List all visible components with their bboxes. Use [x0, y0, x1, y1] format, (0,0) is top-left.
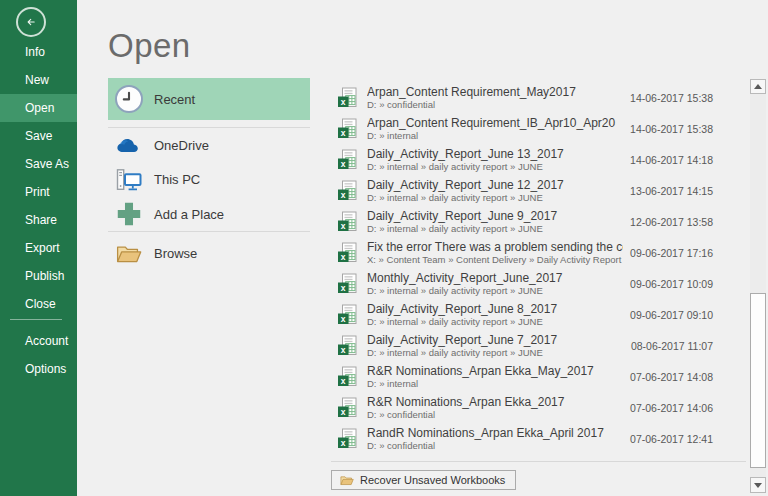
sidebar-item-label: Save [25, 129, 52, 143]
sidebar-item-print[interactable]: Print [0, 178, 77, 206]
file-name: RandR Nominations_Arpan Ekka_April 2017 [367, 426, 623, 440]
sidebar-item-share[interactable]: Share [0, 206, 77, 234]
sidebar-item-label: Info [25, 45, 45, 59]
sidebar-item-label: Share [25, 213, 57, 227]
place-label: Add a Place [154, 207, 224, 222]
sidebar-item-options[interactable]: Options [0, 355, 77, 383]
file-path: D: » confidential [367, 440, 623, 451]
file-path: D: » internal [367, 130, 623, 141]
excel-workbook-icon [337, 428, 359, 450]
file-text: Daily_Activity_Report_June 8_2017 D: » i… [367, 302, 623, 327]
sidebar-nav: Info New Open Save Save As Print Share E… [0, 38, 77, 318]
file-path: D: » internal » daily activity report » … [367, 161, 623, 172]
sidebar-item-account[interactable]: Account [0, 327, 77, 355]
place-item-this-pc[interactable]: This PC [108, 162, 310, 197]
place-item-onedrive[interactable]: OneDrive [108, 127, 310, 162]
file-name: Arpan_Content Requirement_IB_Apr10_Apr20 [367, 116, 623, 130]
file-name: Arpan_Content Requirement_May2017 [367, 85, 623, 99]
sidebar-item-new[interactable]: New [0, 66, 77, 94]
file-text: Daily_Activity_Report_June 13_2017 D: » … [367, 147, 623, 172]
recent-file-row[interactable]: Fix the error There was a problem sendin… [331, 237, 719, 268]
sidebar-item-label: New [25, 73, 49, 87]
file-text: Daily_Activity_Report_June 7_2017 D: » i… [367, 333, 623, 358]
place-label: Recent [154, 92, 195, 107]
recent-file-row[interactable]: Daily_Activity_Report_June 9_2017 D: » i… [331, 206, 719, 237]
recent-file-row[interactable]: Daily_Activity_Report_June 8_2017 D: » i… [331, 299, 719, 330]
file-text: R&R Nominations_Arpan Ekka_May_2017 D: »… [367, 364, 623, 389]
place-item-browse[interactable]: Browse [108, 236, 310, 271]
sidebar-item-label: Print [25, 185, 50, 199]
excel-workbook-icon [337, 149, 359, 171]
excel-workbook-icon [337, 273, 359, 295]
sidebar-item-label: Publish [25, 269, 64, 283]
sidebar-nav-bottom: Account Options [0, 327, 77, 383]
places-list: Recent OneDrive This PC Add a Place Brow… [108, 78, 310, 271]
sidebar-item-label: Save As [25, 157, 69, 171]
file-name: Daily_Activity_Report_June 13_2017 [367, 147, 623, 161]
sidebar-item-export[interactable]: Export [0, 234, 77, 262]
sidebar-item-label: Open [25, 101, 54, 115]
file-text: Fix the error There was a problem sendin… [367, 240, 623, 265]
backstage-sidebar: Info New Open Save Save As Print Share E… [0, 0, 77, 496]
clock-icon [114, 84, 144, 114]
recent-file-row[interactable]: RandR Nominations_Arpan Ekka_April 2017 … [331, 423, 719, 454]
back-button[interactable] [16, 7, 46, 37]
file-modified-time: 07-06-2017 12:41 [623, 433, 719, 445]
sidebar-item-save-as[interactable]: Save As [0, 150, 77, 178]
sidebar-item-info[interactable]: Info [0, 38, 77, 66]
sidebar-item-label: Options [25, 362, 66, 376]
sidebar-item-close[interactable]: Close [0, 290, 77, 318]
file-text: Daily_Activity_Report_June 9_2017 D: » i… [367, 209, 623, 234]
file-modified-time: 12-06-2017 13:58 [623, 216, 719, 228]
scrollbar[interactable] [750, 79, 766, 493]
scroll-up-button[interactable] [750, 79, 766, 94]
this-pc-icon [114, 167, 144, 193]
file-name: Daily_Activity_Report_June 9_2017 [367, 209, 623, 223]
recent-file-row[interactable]: Daily_Activity_Report_June 7_2017 D: » i… [331, 330, 719, 361]
file-path: D: » confidential [367, 409, 623, 420]
page-title: Open [108, 27, 191, 65]
scroll-up-icon [754, 84, 762, 89]
excel-workbook-icon [337, 180, 359, 202]
excel-workbook-icon [337, 397, 359, 419]
scroll-down-button[interactable] [750, 477, 766, 493]
recent-file-row[interactable]: R&R Nominations_Arpan Ekka_May_2017 D: »… [331, 361, 719, 392]
file-name: R&R Nominations_Arpan Ekka_2017 [367, 395, 623, 409]
onedrive-icon [114, 132, 144, 158]
file-path: D: » internal » daily activity report » … [367, 285, 623, 296]
file-modified-time: 09-06-2017 09:10 [623, 309, 719, 321]
file-text: R&R Nominations_Arpan Ekka_2017 D: » con… [367, 395, 623, 420]
file-modified-time: 07-06-2017 14:06 [623, 402, 719, 414]
recover-button-label: Recover Unsaved Workbooks [360, 474, 505, 486]
file-name: Monthly_Activity_Report_June_2017 [367, 271, 623, 285]
recent-file-row[interactable]: Arpan_Content Requirement_May2017 D: » c… [331, 82, 719, 113]
scroll-down-icon [754, 483, 762, 488]
browse-folder-icon [114, 241, 144, 267]
sidebar-item-publish[interactable]: Publish [0, 262, 77, 290]
file-path: D: » internal » daily activity report » … [367, 316, 623, 327]
file-text: Arpan_Content Requirement_IB_Apr10_Apr20… [367, 116, 623, 141]
excel-workbook-icon [337, 335, 359, 357]
file-modified-time: 14-06-2017 15:38 [623, 92, 719, 104]
file-path: D: » internal [367, 378, 623, 389]
excel-workbook-icon [337, 211, 359, 233]
recover-unsaved-workbooks-button[interactable]: Recover Unsaved Workbooks [331, 470, 516, 490]
place-item-recent[interactable]: Recent [108, 78, 310, 120]
file-path: D: » internal » daily activity report » … [367, 347, 623, 358]
place-item-add-a-place[interactable]: Add a Place [108, 197, 310, 232]
recent-file-row[interactable]: Monthly_Activity_Report_June_2017 D: » i… [331, 268, 719, 299]
scrollbar-thumb[interactable] [750, 293, 766, 468]
recent-file-row[interactable]: R&R Nominations_Arpan Ekka_2017 D: » con… [331, 392, 719, 423]
excel-workbook-icon [337, 242, 359, 264]
sidebar-item-save[interactable]: Save [0, 122, 77, 150]
file-modified-time: 14-06-2017 14:18 [623, 154, 719, 166]
sidebar-item-open[interactable]: Open [0, 94, 77, 122]
file-modified-time: 07-06-2017 14:08 [623, 371, 719, 383]
recent-file-row[interactable]: Daily_Activity_Report_June 12_2017 D: » … [331, 175, 719, 206]
file-text: Daily_Activity_Report_June 12_2017 D: » … [367, 178, 623, 203]
recent-file-row[interactable]: Arpan_Content Requirement_IB_Apr10_Apr20… [331, 113, 719, 144]
sidebar-item-label: Account [25, 334, 68, 348]
recent-file-row[interactable]: Daily_Activity_Report_June 13_2017 D: » … [331, 144, 719, 175]
file-name: Daily_Activity_Report_June 7_2017 [367, 333, 623, 347]
excel-workbook-icon [337, 366, 359, 388]
